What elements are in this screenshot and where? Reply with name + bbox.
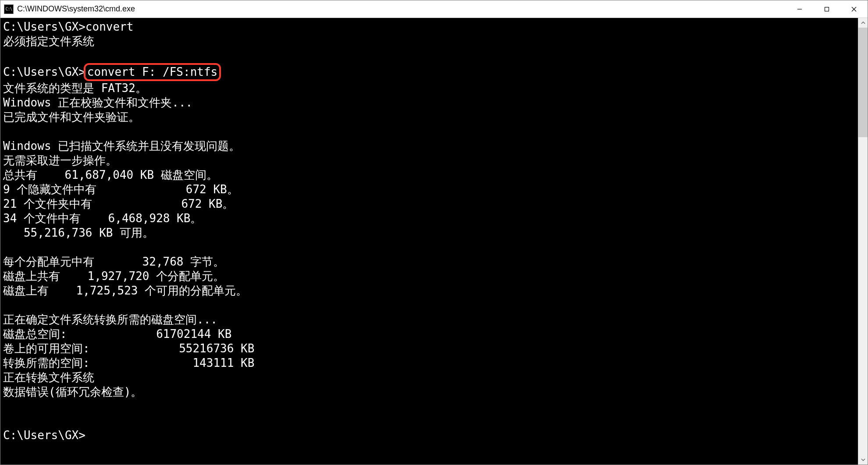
terminal-line: Windows 已扫描文件系统并且没有发现问题。 (3, 139, 855, 153)
scrollbar[interactable] (858, 18, 868, 465)
terminal-line: 文件系统的类型是 FAT32。 (3, 81, 855, 96)
terminal-line (3, 240, 855, 255)
window-title: C:\WINDOWS\system32\cmd.exe (17, 4, 786, 14)
terminal-line (3, 298, 855, 312)
terminal-line (3, 414, 855, 428)
close-button[interactable] (840, 0, 868, 18)
terminal-prompt-line: C:\Users\GX>convert F: /FS:ntfs (3, 63, 855, 81)
terminal-line: 无需采取进一步操作。 (3, 153, 855, 168)
terminal-line (3, 124, 855, 139)
minimize-button[interactable] (786, 0, 813, 18)
maximize-button[interactable] (813, 0, 840, 18)
highlighted-command: convert F: /FS:ntfs (84, 63, 221, 81)
svg-rect-1 (825, 7, 829, 11)
terminal-line: 9 个隐藏文件中有 672 KB。 (3, 182, 855, 197)
titlebar[interactable]: C:\ C:\WINDOWS\system32\cmd.exe (0, 0, 868, 18)
terminal-prompt-line: C:\Users\GX> (3, 428, 855, 443)
terminal-line: 磁盘上有 1,725,523 个可用的分配单元。 (3, 284, 855, 298)
terminal-output[interactable]: C:\Users\GX>convert必须指定文件系统 C:\Users\GX>… (0, 18, 858, 465)
terminal-prompt-line: C:\Users\GX>convert (3, 20, 855, 34)
terminal-line (3, 49, 855, 63)
terminal-line: 卷上的可用空间: 55216736 KB (3, 341, 855, 356)
terminal-line: 数据错误(循环冗余检查)。 (3, 385, 855, 399)
terminal-line: 正在转换文件系统 (3, 370, 855, 385)
cmd-icon: C:\ (4, 4, 14, 14)
terminal-line: 转换所需的空间: 143111 KB (3, 356, 855, 370)
terminal-line: 必须指定文件系统 (3, 34, 855, 49)
terminal-line: 总共有 61,687,040 KB 磁盘空间。 (3, 168, 855, 182)
window-controls (786, 0, 868, 18)
terminal-line: Windows 正在校验文件和文件夹... (3, 96, 855, 110)
terminal-container: C:\Users\GX>convert必须指定文件系统 C:\Users\GX>… (0, 18, 868, 465)
scroll-thumb[interactable] (858, 28, 868, 137)
terminal-line: 55,216,736 KB 可用。 (3, 226, 855, 240)
scroll-up-icon[interactable] (858, 18, 868, 28)
terminal-line: 21 个文件夹中有 672 KB。 (3, 197, 855, 211)
terminal-line (3, 399, 855, 414)
terminal-line: 磁盘上共有 1,927,720 个分配单元。 (3, 269, 855, 284)
terminal-line: 磁盘总空间: 61702144 KB (3, 327, 855, 341)
terminal-line: 34 个文件中有 6,468,928 KB。 (3, 211, 855, 226)
cmd-window: C:\ C:\WINDOWS\system32\cmd.exe C:\Users… (0, 0, 868, 465)
terminal-line: 每个分配单元中有 32,768 字节。 (3, 255, 855, 269)
scroll-down-icon[interactable] (858, 455, 868, 465)
terminal-line: 已完成文件和文件夹验证。 (3, 110, 855, 124)
terminal-line: 正在确定文件系统转换所需的磁盘空间... (3, 312, 855, 327)
